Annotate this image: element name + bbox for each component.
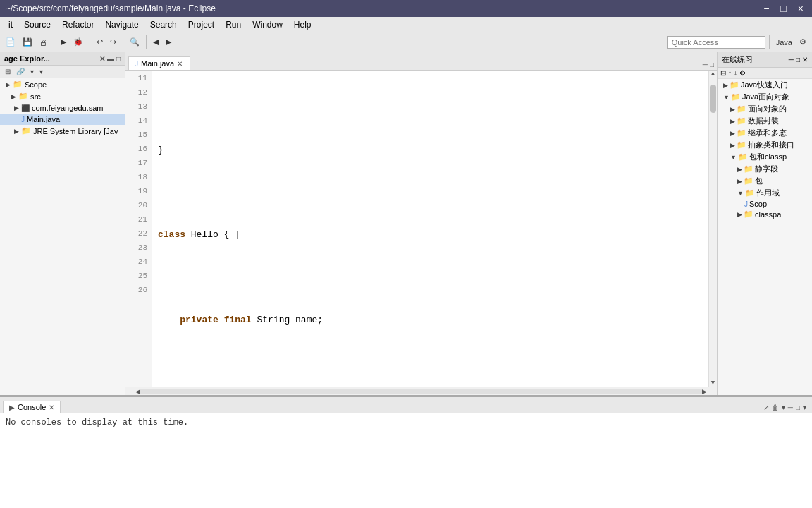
console-dropdown-button[interactable]: ▾ (782, 404, 785, 411)
console-max-button[interactable]: □ (796, 404, 800, 411)
hscroll-left-button[interactable]: ◀ (135, 388, 140, 395)
tree-item-src[interactable]: ▶ 📁 src (0, 90, 125, 102)
code-content[interactable]: } class Hello { | private final String n… (152, 71, 708, 387)
console-settings-button[interactable]: ▾ (803, 404, 806, 411)
bottom-panel: ▶ Console ✕ ↗ 🗑 ▾ ─ □ ▾ No consoles to d… (0, 395, 812, 508)
maximize-button[interactable]: □ (777, 3, 789, 14)
title-bar: ~/Scope/src/com/feiyangedu/sample/Main.j… (0, 0, 812, 17)
close-button[interactable]: × (795, 3, 806, 14)
menu-source[interactable]: Source (18, 18, 56, 31)
right-panel-close-button[interactable]: ✕ (802, 56, 808, 64)
right-tree-inherit[interactable]: ▶ 📁 继承和多态 (718, 127, 812, 139)
minimize-editor-button[interactable]: ─ (703, 61, 708, 68)
console-clear-button[interactable]: 🗑 (772, 404, 779, 411)
right-panel-max-button[interactable]: □ (796, 56, 800, 64)
sidebar-min-button[interactable]: ▬ (107, 55, 114, 63)
right-toolbar-btn2[interactable]: ↑ (728, 69, 732, 77)
sidebar-settings-button[interactable]: ▾ (37, 67, 45, 76)
quick-access-input[interactable] (667, 36, 765, 49)
jre-expand-icon: ▶ (14, 128, 19, 135)
print-button[interactable]: 🖨 (37, 37, 50, 48)
abstract-folder-icon: 📁 (737, 140, 746, 150)
right-tree-data-encap[interactable]: ▶ 📁 数据封装 (718, 115, 812, 127)
hscroll-track[interactable] (140, 389, 702, 394)
code-editor[interactable]: 11 12 13 14 15 16 17 18 19 20 21 22 23 2… (125, 71, 717, 387)
right-toolbar-btn4[interactable]: ⚙ (739, 69, 746, 77)
tree-item-jre[interactable]: ▶ 📁 JRE System Library [Jav (0, 125, 125, 137)
minimize-button[interactable]: − (761, 3, 772, 14)
perspective-settings-button[interactable]: ⚙ (796, 36, 809, 48)
right-tree-static-field[interactable]: ▶ 📁 静字段 (718, 163, 812, 175)
debug-button[interactable]: 🐞 (70, 36, 86, 48)
redo-button[interactable]: ↪ (107, 36, 119, 48)
package-icon: ⬛ (21, 104, 30, 112)
scope-expand-icon2: ▼ (737, 190, 744, 197)
right-tree-scop-file[interactable]: J Scop (718, 199, 812, 209)
line-num-25: 25 (125, 270, 147, 284)
static-field-folder-icon: 📁 (744, 164, 753, 174)
code-line-17 (158, 356, 703, 370)
scrollbar-thumb[interactable] (710, 85, 716, 113)
right-panel-header: 在线练习 ─ □ ✕ (718, 52, 812, 68)
menu-window[interactable]: Window (247, 18, 288, 31)
sidebar-max-button[interactable]: □ (116, 55, 121, 63)
right-panel-collapse-button[interactable]: ─ (789, 56, 794, 64)
right-tree-scope[interactable]: ▼ 📁 作用域 (718, 187, 812, 199)
forward-button[interactable]: ▶ (163, 36, 174, 48)
classp-label: classpa (755, 210, 781, 219)
menu-navigate[interactable]: Navigate (99, 18, 144, 31)
right-tree-oop-concept[interactable]: ▶ 📁 面向对象的 (718, 103, 812, 115)
menu-help[interactable]: Help (288, 18, 317, 31)
menu-refactor[interactable]: Refactor (56, 18, 99, 31)
vertical-scrollbar[interactable]: ▲ ▼ (708, 71, 717, 387)
tree-item-scope[interactable]: ▶ 📁 Scope (0, 78, 125, 90)
link-with-editor-button[interactable]: 🔗 (14, 67, 27, 76)
right-panel: 在线练习 ─ □ ✕ ⊟ ↑ ↓ ⚙ ▶ 📁 Java快速入门 (717, 52, 812, 395)
right-tree-pkg[interactable]: ▶ 📁 包 (718, 175, 812, 187)
tree-item-package[interactable]: ▶ ⬛ com.feiyangedu.sam (0, 102, 125, 114)
scroll-down-button[interactable]: ▼ (711, 380, 715, 387)
undo-button[interactable]: ↩ (94, 36, 106, 48)
save-button[interactable]: 💾 (20, 36, 35, 48)
tree-item-mainjava[interactable]: J Main.java (0, 114, 125, 125)
console-tab-close-button[interactable]: ✕ (49, 404, 54, 411)
right-tree-java-oop[interactable]: ▼ 📁 Java面向对象 (718, 91, 812, 103)
right-toolbar-btn3[interactable]: ↓ (734, 69, 737, 77)
new-button[interactable]: 📄 (3, 36, 18, 48)
sidebar-close-button[interactable]: ✕ (99, 55, 105, 63)
line-num-16: 16 (125, 143, 147, 157)
console-minimize-button[interactable]: ─ (788, 404, 793, 411)
right-tree-abstract[interactable]: ▶ 📁 抽象类和接口 (718, 139, 812, 151)
editor-tab-mainjava[interactable]: J Main.java ✕ (128, 56, 190, 70)
oop-concept-expand-icon: ▶ (730, 106, 735, 113)
hscroll-right-button[interactable]: ▶ (702, 388, 707, 395)
console-external-button[interactable]: ↗ (763, 404, 769, 411)
maximize-editor-button[interactable]: □ (710, 61, 714, 68)
search-button[interactable]: 🔍 (127, 36, 142, 48)
right-panel-toolbar: ⊟ ↑ ↓ ⚙ (718, 68, 812, 79)
pkg-label: 包 (755, 176, 763, 186)
right-tree-java-quick[interactable]: ▶ 📁 Java快速入门 (718, 79, 812, 91)
java-perspective-button[interactable]: Java (773, 37, 795, 48)
line-num-17: 17 (125, 157, 147, 171)
sidebar-menu-button[interactable]: ▾ (28, 67, 36, 76)
mainjava-label: Main.java (27, 115, 60, 123)
right-tree-classp[interactable]: ▶ 📁 classpa (718, 209, 812, 219)
console-content: No consoles to display at this time. (0, 413, 812, 508)
run-button[interactable]: ▶ (58, 36, 69, 48)
menu-run[interactable]: Run (220, 18, 247, 31)
back-button[interactable]: ◀ (150, 36, 161, 48)
menu-search[interactable]: Search (144, 18, 183, 31)
tab-close-button[interactable]: ✕ (177, 60, 183, 68)
collapse-all-button[interactable]: ⊟ (3, 67, 13, 76)
right-tree-package[interactable]: ▼ 📁 包和classp (718, 151, 812, 163)
scop-file-label: Scop (749, 200, 767, 208)
menu-project[interactable]: Project (183, 18, 220, 31)
right-panel-controls: ─ □ ✕ (789, 56, 808, 64)
tab-java-icon: J (135, 60, 138, 68)
console-tab[interactable]: ▶ Console ✕ (3, 401, 61, 413)
scroll-up-button[interactable]: ▲ (711, 71, 715, 78)
horizontal-scrollbar[interactable]: ◀ ▶ (125, 387, 717, 395)
right-toolbar-btn1[interactable]: ⊟ (720, 69, 726, 77)
menu-it[interactable]: it (3, 18, 18, 31)
